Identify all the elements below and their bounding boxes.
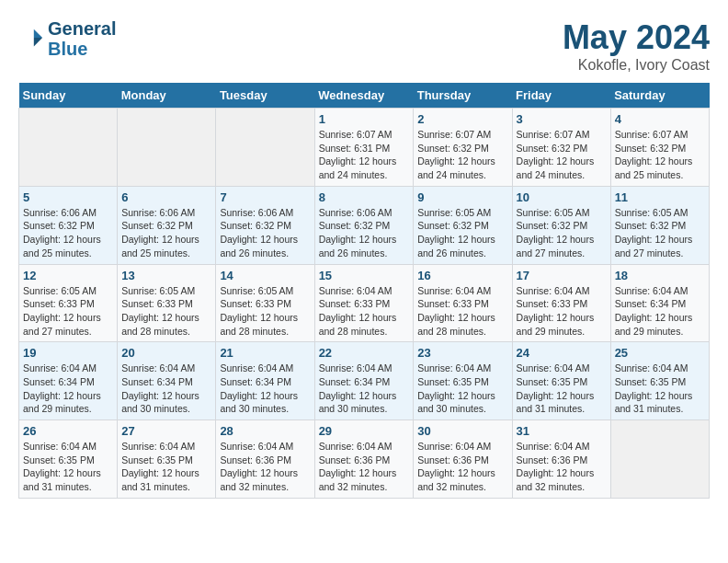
day-info: Sunrise: 6:04 AMSunset: 6:34 PMDaylight:… (23, 362, 113, 416)
calendar-body: 1Sunrise: 6:07 AMSunset: 6:31 PMDaylight… (19, 109, 710, 499)
day-info: Sunrise: 6:06 AMSunset: 6:32 PMDaylight:… (23, 206, 113, 260)
day-number: 31 (517, 424, 607, 438)
day-info: Sunrise: 6:04 AMSunset: 6:33 PMDaylight:… (417, 284, 507, 339)
calendar-day-cell: 23Sunrise: 6:04 AMSunset: 6:35 PMDayligh… (414, 342, 512, 420)
day-number: 25 (615, 346, 705, 360)
day-of-week-header: Wednesday (314, 83, 414, 109)
logo-icon (18, 26, 44, 52)
day-number: 18 (615, 269, 705, 282)
calendar-day-cell: 16Sunrise: 6:04 AMSunset: 6:33 PMDayligh… (414, 264, 512, 342)
calendar-day-cell: 28Sunrise: 6:04 AMSunset: 6:36 PMDayligh… (216, 420, 314, 499)
calendar-table: SundayMondayTuesdayWednesdayThursdayFrid… (18, 83, 710, 499)
day-number: 21 (220, 346, 310, 360)
day-info: Sunrise: 6:05 AMSunset: 6:32 PMDaylight:… (517, 206, 607, 260)
day-info: Sunrise: 6:04 AMSunset: 6:34 PMDaylight:… (615, 284, 705, 339)
calendar-day-cell: 9Sunrise: 6:05 AMSunset: 6:32 PMDaylight… (414, 186, 512, 264)
month-title: May 2024 (563, 18, 710, 57)
logo-line2: Blue (48, 39, 116, 59)
calendar-day-cell: 19Sunrise: 6:04 AMSunset: 6:34 PMDayligh… (19, 342, 118, 420)
day-number: 13 (121, 269, 211, 282)
calendar-week-row: 1Sunrise: 6:07 AMSunset: 6:31 PMDaylight… (19, 109, 710, 187)
calendar-day-cell: 18Sunrise: 6:04 AMSunset: 6:34 PMDayligh… (610, 264, 709, 342)
day-info: Sunrise: 6:04 AMSunset: 6:36 PMDaylight:… (220, 440, 310, 494)
calendar-day-cell: 14Sunrise: 6:05 AMSunset: 6:33 PMDayligh… (216, 264, 314, 342)
day-of-week-header: Saturday (610, 83, 709, 109)
logo-line1: General (48, 18, 116, 39)
day-info: Sunrise: 6:04 AMSunset: 6:33 PMDaylight:… (517, 284, 607, 339)
day-number: 29 (319, 424, 410, 438)
day-info: Sunrise: 6:05 AMSunset: 6:33 PMDaylight:… (23, 284, 113, 339)
day-info: Sunrise: 6:07 AMSunset: 6:31 PMDaylight:… (319, 128, 410, 182)
day-number: 6 (121, 190, 211, 204)
day-number: 26 (23, 424, 113, 438)
day-info: Sunrise: 6:05 AMSunset: 6:32 PMDaylight:… (417, 206, 507, 260)
day-info: Sunrise: 6:06 AMSunset: 6:32 PMDaylight:… (121, 206, 211, 260)
day-info: Sunrise: 6:05 AMSunset: 6:32 PMDaylight:… (615, 206, 705, 260)
calendar-header-row: SundayMondayTuesdayWednesdayThursdayFrid… (19, 83, 710, 109)
calendar-day-cell: 17Sunrise: 6:04 AMSunset: 6:33 PMDayligh… (512, 264, 610, 342)
day-info: Sunrise: 6:04 AMSunset: 6:34 PMDaylight:… (121, 362, 211, 416)
day-number: 15 (319, 269, 410, 282)
day-info: Sunrise: 6:04 AMSunset: 6:35 PMDaylight:… (417, 362, 507, 416)
calendar-day-cell: 30Sunrise: 6:04 AMSunset: 6:36 PMDayligh… (414, 420, 512, 499)
day-number: 8 (319, 190, 410, 204)
day-number: 14 (220, 269, 310, 282)
day-info: Sunrise: 6:07 AMSunset: 6:32 PMDaylight:… (615, 128, 705, 182)
day-info: Sunrise: 6:04 AMSunset: 6:35 PMDaylight:… (121, 440, 211, 494)
day-number: 27 (121, 424, 211, 438)
calendar-day-cell (610, 420, 709, 499)
svg-marker-1 (34, 38, 42, 46)
day-info: Sunrise: 6:04 AMSunset: 6:36 PMDaylight:… (319, 440, 410, 494)
day-info: Sunrise: 6:07 AMSunset: 6:32 PMDaylight:… (517, 128, 607, 182)
day-info: Sunrise: 6:04 AMSunset: 6:34 PMDaylight:… (220, 362, 310, 416)
day-number: 22 (319, 346, 410, 360)
day-info: Sunrise: 6:05 AMSunset: 6:33 PMDaylight:… (220, 284, 310, 339)
day-info: Sunrise: 6:04 AMSunset: 6:36 PMDaylight:… (417, 440, 507, 494)
calendar-day-cell: 4Sunrise: 6:07 AMSunset: 6:32 PMDaylight… (610, 109, 709, 187)
calendar-day-cell: 22Sunrise: 6:04 AMSunset: 6:34 PMDayligh… (314, 342, 414, 420)
day-info: Sunrise: 6:06 AMSunset: 6:32 PMDaylight:… (220, 206, 310, 260)
day-number: 9 (417, 190, 507, 204)
calendar-day-cell: 7Sunrise: 6:06 AMSunset: 6:32 PMDaylight… (216, 186, 314, 264)
day-info: Sunrise: 6:06 AMSunset: 6:32 PMDaylight:… (319, 206, 410, 260)
calendar-day-cell: 11Sunrise: 6:05 AMSunset: 6:32 PMDayligh… (610, 186, 709, 264)
day-info: Sunrise: 6:04 AMSunset: 6:35 PMDaylight:… (517, 362, 607, 416)
location: Kokofle, Ivory Coast (563, 57, 710, 74)
title-block: May 2024 Kokofle, Ivory Coast (563, 18, 710, 74)
calendar-day-cell: 1Sunrise: 6:07 AMSunset: 6:31 PMDaylight… (314, 109, 414, 187)
calendar-day-cell: 20Sunrise: 6:04 AMSunset: 6:34 PMDayligh… (118, 342, 216, 420)
calendar-day-cell: 15Sunrise: 6:04 AMSunset: 6:33 PMDayligh… (314, 264, 414, 342)
calendar-day-cell: 26Sunrise: 6:04 AMSunset: 6:35 PMDayligh… (19, 420, 118, 499)
day-number: 16 (417, 269, 507, 282)
page-header: General Blue May 2024 Kokofle, Ivory Coa… (18, 18, 710, 74)
day-of-week-header: Tuesday (216, 83, 314, 109)
day-number: 5 (23, 190, 113, 204)
calendar-day-cell: 3Sunrise: 6:07 AMSunset: 6:32 PMDaylight… (512, 109, 610, 187)
calendar-day-cell: 10Sunrise: 6:05 AMSunset: 6:32 PMDayligh… (512, 186, 610, 264)
day-info: Sunrise: 6:07 AMSunset: 6:32 PMDaylight:… (417, 128, 507, 182)
calendar-day-cell: 21Sunrise: 6:04 AMSunset: 6:34 PMDayligh… (216, 342, 314, 420)
day-number: 1 (319, 112, 410, 126)
calendar-day-cell: 24Sunrise: 6:04 AMSunset: 6:35 PMDayligh… (512, 342, 610, 420)
day-info: Sunrise: 6:05 AMSunset: 6:33 PMDaylight:… (121, 284, 211, 339)
calendar-day-cell: 12Sunrise: 6:05 AMSunset: 6:33 PMDayligh… (19, 264, 118, 342)
calendar-week-row: 26Sunrise: 6:04 AMSunset: 6:35 PMDayligh… (19, 420, 710, 499)
day-number: 2 (417, 112, 507, 126)
calendar-day-cell: 31Sunrise: 6:04 AMSunset: 6:36 PMDayligh… (512, 420, 610, 499)
day-number: 12 (23, 269, 113, 282)
day-of-week-header: Thursday (414, 83, 512, 109)
day-of-week-header: Friday (512, 83, 610, 109)
day-info: Sunrise: 6:04 AMSunset: 6:35 PMDaylight:… (23, 440, 113, 494)
day-number: 10 (517, 190, 607, 204)
calendar-day-cell (19, 109, 118, 187)
day-of-week-header: Monday (118, 83, 216, 109)
day-info: Sunrise: 6:04 AMSunset: 6:33 PMDaylight:… (319, 284, 410, 339)
day-number: 19 (23, 346, 113, 360)
calendar-day-cell: 2Sunrise: 6:07 AMSunset: 6:32 PMDaylight… (414, 109, 512, 187)
calendar-week-row: 12Sunrise: 6:05 AMSunset: 6:33 PMDayligh… (19, 264, 710, 342)
calendar-day-cell: 8Sunrise: 6:06 AMSunset: 6:32 PMDaylight… (314, 186, 414, 264)
day-number: 28 (220, 424, 310, 438)
calendar-day-cell: 25Sunrise: 6:04 AMSunset: 6:35 PMDayligh… (610, 342, 709, 420)
day-number: 20 (121, 346, 211, 360)
day-number: 3 (517, 112, 607, 126)
